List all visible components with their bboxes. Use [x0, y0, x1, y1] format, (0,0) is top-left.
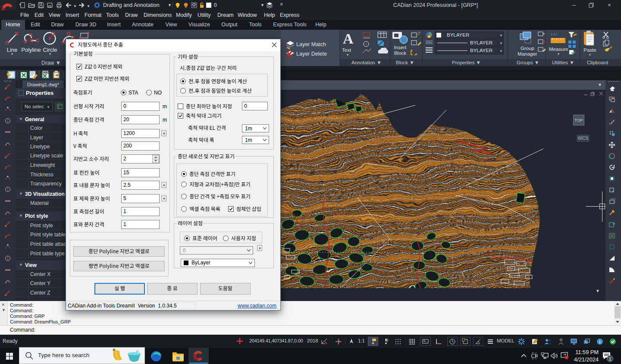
svg-text:ABC: ABC — [43, 71, 49, 74]
